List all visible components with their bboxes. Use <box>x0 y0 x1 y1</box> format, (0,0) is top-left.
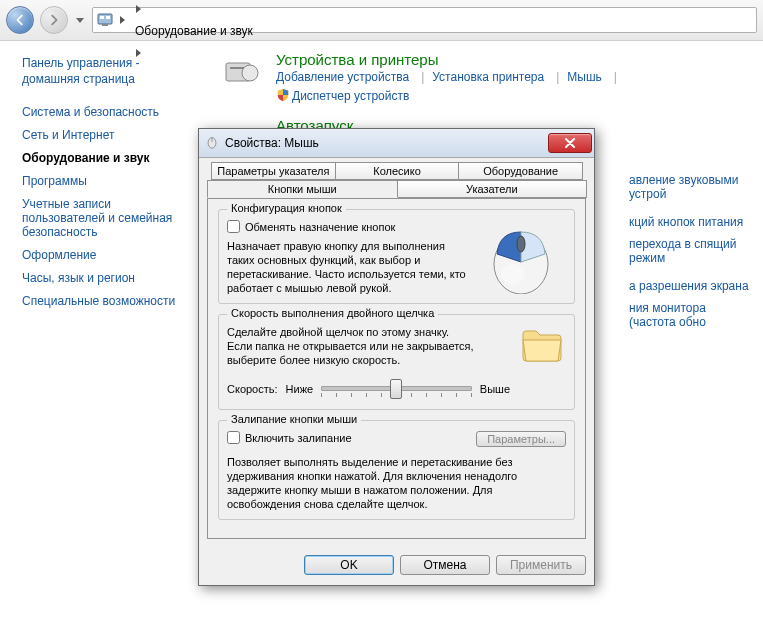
double-click-speed-group: Скорость выполнения двойного щелчка Сдел… <box>218 314 575 410</box>
forward-button[interactable] <box>40 6 68 34</box>
speed-hint: Сделайте двойной щелчок по этому значку.… <box>227 325 477 367</box>
nav-toolbar: Панель управленияОборудование и звук <box>0 0 763 41</box>
svg-point-13 <box>517 236 525 252</box>
tab[interactable]: Колесико <box>335 162 460 180</box>
category-title[interactable]: Устройства и принтеры <box>276 51 753 68</box>
swap-buttons-input[interactable] <box>227 220 240 233</box>
sidebar-item[interactable]: Сеть и Интернет <box>22 128 181 142</box>
slider-thumb[interactable] <box>390 379 402 399</box>
apply-button: Применить <box>496 555 586 575</box>
close-button[interactable] <box>548 133 592 153</box>
speed-low-label: Ниже <box>286 383 314 395</box>
category-link[interactable]: перехода в спящий режим <box>629 237 737 265</box>
group-legend: Залипание кнопки мыши <box>227 413 361 425</box>
click-lock-group: Залипание кнопки мыши Включить залипание… <box>218 420 575 520</box>
sidebar-item[interactable]: Специальные возможности <box>22 294 181 308</box>
sidebar-item[interactable]: Система и безопасность <box>22 105 181 119</box>
mouse-icon <box>205 135 219 151</box>
sidebar-item[interactable]: Часы, язык и регион <box>22 271 181 285</box>
mouse-illustration <box>476 220 566 295</box>
home-link[interactable]: Панель управления - домашняя страница <box>22 55 181 87</box>
sidebar-item[interactable]: Учетные записи пользователей и семейная … <box>22 197 181 239</box>
click-lock-input[interactable] <box>227 431 240 444</box>
dialog-title: Свойства: Мышь <box>225 136 542 150</box>
category-link[interactable]: а разрешения экрана <box>629 279 749 293</box>
category-icon <box>220 51 262 93</box>
click-lock-label: Включить залипание <box>245 432 352 444</box>
dialog-titlebar[interactable]: Свойства: Мышь <box>199 129 594 158</box>
tab[interactable]: Параметры указателя <box>211 162 336 180</box>
swap-buttons-label: Обменять назначение кнопок <box>245 221 395 233</box>
control-panel-icon <box>97 12 113 28</box>
svg-rect-1 <box>100 16 104 19</box>
sidebar-item[interactable]: Оформление <box>22 248 181 262</box>
group-legend: Скорость выполнения двойного щелчка <box>227 307 438 319</box>
speed-label: Скорость: <box>227 383 278 395</box>
click-lock-params-button: Параметры... <box>476 431 566 447</box>
breadcrumb-chevron[interactable] <box>131 0 145 20</box>
svg-rect-3 <box>102 24 108 26</box>
category-link[interactable]: Добавление устройства <box>276 70 409 84</box>
category-link[interactable]: авление звуковыми устрой <box>629 173 738 201</box>
category-link[interactable]: кций кнопок питания <box>629 215 743 229</box>
dialog-button-row: OK Отмена Применить <box>199 547 594 585</box>
tab-panel-buttons: Конфигурация кнопок Обменять назначение … <box>207 198 586 539</box>
mouse-properties-dialog: Свойства: Мышь Параметры указателяКолеси… <box>198 128 595 586</box>
breadcrumb-item[interactable]: Оборудование и звук <box>131 20 257 42</box>
category-link[interactable]: Установка принтера <box>432 70 544 84</box>
sidebar-item[interactable]: Оборудование и звук <box>22 151 181 165</box>
svg-point-6 <box>242 65 258 81</box>
sidebar-item[interactable]: Программы <box>22 174 181 188</box>
speed-slider[interactable] <box>321 377 472 401</box>
speed-high-label: Выше <box>480 383 510 395</box>
category: Устройства и принтерыДобавление устройст… <box>220 51 753 103</box>
breadcrumb-root-chevron[interactable] <box>115 9 129 31</box>
breadcrumb-bar[interactable]: Панель управленияОборудование и звук <box>92 7 757 33</box>
category-link[interactable]: ния монитора (частота обно <box>629 301 706 329</box>
cancel-button[interactable]: Отмена <box>400 555 490 575</box>
sidebar: Панель управления - домашняя страница Си… <box>0 41 195 629</box>
click-lock-hint: Позволяет выполнять выделение и перетаск… <box>227 455 566 511</box>
back-button[interactable] <box>6 6 34 34</box>
svg-point-14 <box>501 264 525 284</box>
button-config-group: Конфигурация кнопок Обменять назначение … <box>218 209 575 304</box>
tab[interactable]: Оборудование <box>458 162 583 180</box>
click-lock-checkbox[interactable]: Включить залипание <box>227 431 352 444</box>
category-link[interactable]: Диспетчер устройств <box>292 89 409 103</box>
swap-buttons-checkbox[interactable]: Обменять назначение кнопок <box>227 220 468 233</box>
tab[interactable]: Кнопки мыши <box>207 180 398 198</box>
tab[interactable]: Указатели <box>397 180 588 198</box>
svg-rect-2 <box>106 16 110 19</box>
category-link[interactable]: Мышь <box>567 70 602 84</box>
folder-test-icon[interactable] <box>518 325 566 365</box>
group-legend: Конфигурация кнопок <box>227 202 346 214</box>
history-dropdown[interactable] <box>74 11 86 29</box>
swap-buttons-hint: Назначает правую кнопку для выполнения т… <box>227 239 468 295</box>
ok-button[interactable]: OK <box>304 555 394 575</box>
